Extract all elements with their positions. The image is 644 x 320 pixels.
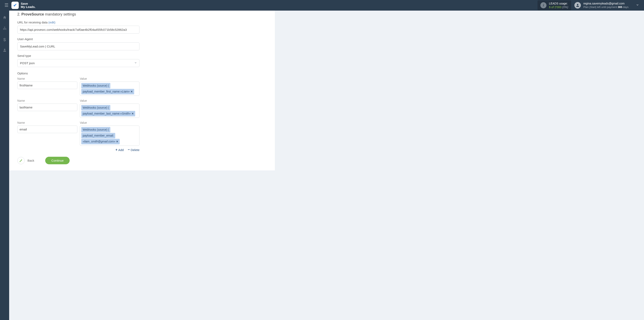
- url-label: URL for receiving data (edit): [17, 21, 267, 24]
- plan-days: 365: [618, 6, 622, 9]
- leads-usage-text: LEADS usage: 6 of 2'000 (0%): [549, 2, 568, 9]
- option-row: Name Value Webhooks (source) | payload_m…: [17, 77, 267, 96]
- topbar: ☰ ✔ Save My Leads. i LEADS usage: 6 of 2…: [0, 0, 644, 11]
- option-value-label: Value: [80, 121, 140, 124]
- svg-rect-3: [4, 29, 5, 30]
- section-title-strong: ProveSource: [22, 12, 44, 16]
- continue-button[interactable]: Continue: [45, 157, 70, 164]
- leads-of: of: [551, 6, 554, 9]
- settings-card: 2. ProveSource mandatory settings URL fo…: [9, 11, 275, 170]
- pencil-icon: [19, 159, 22, 162]
- section-title-rest: mandatory settings: [45, 12, 76, 16]
- leads-label: LEADS usage:: [549, 2, 568, 5]
- option-name-input[interactable]: [17, 104, 77, 111]
- brand-name: Save My Leads.: [21, 2, 36, 9]
- delete-option-button[interactable]: −Delete: [128, 148, 140, 152]
- add-option-button[interactable]: +Add: [116, 148, 124, 152]
- svg-rect-2: [3, 29, 4, 30]
- option-value-label: Value: [80, 99, 140, 102]
- back-button[interactable]: [17, 157, 25, 164]
- user-icon[interactable]: [3, 48, 7, 53]
- option-name-input[interactable]: [17, 126, 77, 133]
- sidebar: $: [0, 11, 9, 320]
- option-name-label: Name: [17, 99, 77, 102]
- option-value-input[interactable]: Webhooks (source) | payload_member_first…: [80, 82, 140, 96]
- option-name-label: Name: [17, 121, 77, 124]
- url-label-text: URL for receiving data: [17, 21, 48, 24]
- send-type-value: POST json: [17, 59, 140, 67]
- url-edit-link[interactable]: (edit): [48, 21, 56, 24]
- option-name-label: Name: [17, 77, 77, 80]
- user-agent-input[interactable]: [17, 42, 140, 50]
- delete-label: Delete: [131, 148, 140, 152]
- value-token: payload_member_last_name: «Smith» ✕: [81, 111, 135, 116]
- value-token: payload_member_email:: [81, 133, 115, 138]
- url-input[interactable]: [17, 26, 140, 34]
- option-actions: +Add −Delete: [17, 148, 140, 152]
- plan-days-suffix: days: [622, 6, 628, 9]
- leads-pct: (0%): [562, 6, 568, 9]
- option-value-label: Value: [80, 77, 140, 80]
- leads-total: 2'000: [554, 6, 562, 9]
- option-row: Name Value Webhooks (source) | payload_m…: [17, 121, 267, 146]
- footer-buttons: Back Continue: [17, 157, 267, 164]
- home-icon[interactable]: [3, 16, 7, 21]
- value-token: Webhooks (source) |: [81, 105, 110, 111]
- avatar-icon: [574, 2, 581, 9]
- svg-rect-4: [6, 29, 6, 30]
- remove-token-icon[interactable]: ✕: [130, 90, 133, 94]
- remove-token-icon[interactable]: ✕: [116, 140, 118, 144]
- leads-used: 6: [549, 6, 550, 9]
- user-text: regina.savemyleads@gmail.com Plan |Start…: [583, 2, 628, 9]
- send-type-select[interactable]: POST json: [17, 59, 140, 67]
- option-name-input[interactable]: [17, 82, 77, 89]
- back-label: Back: [28, 159, 34, 162]
- value-token: payload_member_first_name: «Liam» ✕: [81, 89, 134, 94]
- leads-usage-widget[interactable]: i LEADS usage: 6 of 2'000 (0%): [538, 1, 571, 10]
- value-token: Webhooks (source) |: [81, 127, 110, 133]
- user-agent-label: User-Agent: [17, 37, 267, 41]
- brand-line2: My Leads.: [21, 5, 36, 9]
- options-header: Options: [17, 72, 267, 75]
- brand-line1: Save: [21, 2, 36, 6]
- user-email: regina.savemyleads@gmail.com: [583, 2, 628, 5]
- svg-point-5: [4, 49, 5, 50]
- chevron-down-icon[interactable]: [636, 3, 639, 7]
- info-icon: i: [540, 2, 546, 8]
- section-number: 2.: [17, 12, 20, 16]
- add-label: Add: [118, 148, 124, 152]
- user-menu[interactable]: regina.savemyleads@gmail.com Plan |Start…: [574, 2, 628, 9]
- svg-point-0: [577, 4, 578, 5]
- option-row: Name Value Webhooks (source) | payload_m…: [17, 99, 267, 118]
- checkmark-icon: ✔: [13, 3, 17, 8]
- brand-logo[interactable]: ✔: [12, 2, 19, 9]
- option-value-input[interactable]: Webhooks (source) | payload_member_last_…: [80, 104, 140, 118]
- svg-rect-1: [4, 27, 5, 27]
- menu-toggle-icon[interactable]: ☰: [2, 2, 10, 9]
- plus-icon: +: [116, 148, 118, 152]
- value-token: Webhooks (source) |: [81, 83, 110, 89]
- minus-icon: −: [128, 148, 130, 152]
- main-content: 2. ProveSource mandatory settings URL fo…: [9, 11, 644, 320]
- section-title: 2. ProveSource mandatory settings: [17, 12, 267, 17]
- dollar-icon[interactable]: $: [3, 37, 6, 42]
- value-token: «liam_smith@gmail.com» ✕: [81, 139, 120, 144]
- sitemap-icon[interactable]: [3, 26, 7, 31]
- send-type-label: Send type: [17, 54, 267, 58]
- option-value-input[interactable]: Webhooks (source) | payload_member_email…: [80, 126, 140, 146]
- plan-prefix: Plan |Start| left until payment: [583, 6, 618, 9]
- remove-token-icon[interactable]: ✕: [132, 112, 134, 116]
